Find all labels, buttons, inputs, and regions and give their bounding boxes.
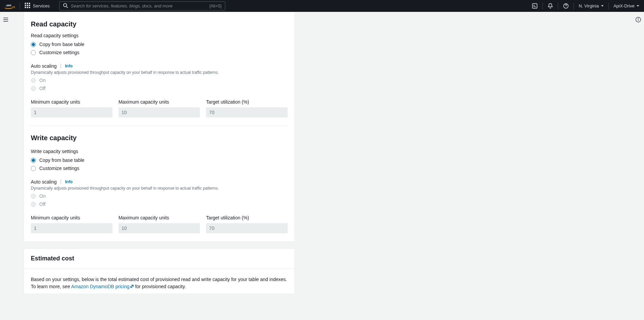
bell-icon — [547, 3, 553, 9]
pricing-link[interactable]: Amazon DynamoDB pricing — [71, 284, 129, 289]
help-icon — [563, 3, 569, 9]
write-autoscale-desc: Dynamically adjusts provisioned throughp… — [31, 186, 288, 191]
topnav-right: N. Virginia ApiX-Drive — [527, 0, 644, 12]
search-input[interactable] — [68, 3, 209, 8]
services-menu-button[interactable]: Services — [20, 0, 55, 12]
external-link-icon — [129, 284, 134, 289]
svg-rect-0 — [25, 3, 26, 4]
write-copy-radio[interactable]: Copy from base table — [31, 157, 288, 163]
topnav-left: Services [Alt+S] — [0, 0, 225, 12]
radio-icon — [31, 166, 36, 171]
capacity-panel: Read capacity Read capacity settings Cop… — [24, 12, 295, 242]
svg-rect-8 — [29, 7, 30, 8]
info-icon — [635, 17, 641, 23]
write-capacity-heading: Write capacity — [31, 134, 288, 142]
search-shortcut: [Alt+S] — [209, 4, 222, 8]
divider — [31, 126, 288, 126]
write-autoscale-label: Auto scaling — [31, 179, 57, 185]
read-max-input — [119, 107, 200, 118]
radio-label: On — [39, 78, 46, 83]
estimated-cost-panel: Estimated cost Based on your settings, b… — [24, 249, 295, 294]
radio-icon — [31, 86, 36, 91]
region-selector[interactable]: N. Virginia — [574, 0, 608, 12]
read-autoscale-block: Auto scaling Info Dynamically adjusts pr… — [31, 63, 288, 91]
global-search[interactable]: [Alt+S] — [59, 1, 225, 10]
left-panel-toggle[interactable] — [2, 16, 10, 24]
read-target-label: Target utilization (%) — [206, 99, 288, 105]
radio-label: Copy from base table — [39, 42, 84, 47]
radio-label: Customize settings — [39, 166, 79, 171]
svg-line-10 — [66, 6, 68, 7]
write-customize-radio[interactable]: Customize settings — [31, 166, 288, 171]
account-selector[interactable]: ApiX-Drive — [609, 0, 644, 12]
panel-stack: Read capacity Read capacity settings Cop… — [24, 12, 295, 294]
estimated-cost-text: Based on your settings, below is the tot… — [31, 276, 288, 290]
svg-rect-4 — [27, 5, 28, 6]
radio-icon — [31, 42, 36, 47]
read-min-label: Minimum capacity units — [31, 99, 112, 105]
radio-label: Copy from base table — [39, 157, 84, 163]
caret-down-icon — [601, 3, 604, 8]
read-min-input — [31, 107, 112, 118]
radio-icon — [31, 202, 36, 207]
write-autoscale-block: Auto scaling Info Dynamically adjusts pr… — [31, 179, 288, 207]
radio-icon — [31, 50, 36, 55]
read-autoscale-info-link[interactable]: Info — [65, 64, 72, 68]
write-autoscale-info-link[interactable]: Info — [65, 179, 72, 184]
est-text-2: for provisioned capacity. — [134, 284, 186, 289]
read-autoscale-off-radio: Off — [31, 86, 288, 91]
grid-icon — [25, 3, 30, 9]
divider — [61, 64, 61, 68]
write-capacity-settings-label: Write capacity settings — [31, 149, 288, 154]
workspace: Read capacity Read capacity settings Cop… — [12, 12, 632, 320]
write-autoscale-off-radio: Off — [31, 201, 288, 207]
write-max-input — [119, 223, 200, 233]
read-customize-radio[interactable]: Customize settings — [31, 50, 288, 55]
write-autoscale-on-radio: On — [31, 193, 288, 199]
read-capacity-inputs: Minimum capacity units Maximum capacity … — [31, 99, 288, 118]
svg-point-9 — [63, 3, 66, 6]
write-target-label: Target utilization (%) — [206, 215, 288, 220]
read-autoscale-on-radio: On — [31, 78, 288, 83]
svg-point-18 — [638, 18, 639, 19]
right-panel-toggle[interactable] — [634, 16, 642, 24]
help-button[interactable] — [558, 0, 574, 12]
read-autoscale-label: Auto scaling — [31, 63, 57, 69]
write-capacity-inputs: Minimum capacity units Maximum capacity … — [31, 215, 288, 233]
radio-label: Customize settings — [39, 50, 79, 55]
hamburger-icon — [3, 17, 8, 22]
read-copy-radio[interactable]: Copy from base table — [31, 42, 288, 47]
aws-logo-icon — [5, 3, 15, 9]
top-navigation: Services [Alt+S] N. Virginia ApiX-Driv — [0, 0, 644, 12]
account-label: ApiX-Drive — [614, 3, 635, 8]
svg-rect-3 — [25, 5, 26, 6]
svg-rect-2 — [29, 3, 30, 4]
read-target-input — [206, 107, 288, 118]
radio-label: Off — [39, 201, 45, 207]
read-autoscale-desc: Dynamically adjusts provisioned throughp… — [31, 70, 288, 75]
read-capacity-settings-label: Read capacity settings — [31, 33, 288, 38]
services-label: Services — [33, 3, 50, 8]
notifications-button[interactable] — [543, 0, 558, 12]
cloudshell-button[interactable] — [527, 0, 542, 12]
radio-icon — [31, 194, 36, 199]
estimated-cost-heading: Estimated cost — [31, 255, 288, 262]
radio-label: Off — [39, 86, 45, 91]
svg-rect-7 — [27, 7, 28, 8]
radio-label: On — [39, 193, 46, 199]
svg-rect-5 — [29, 5, 30, 6]
svg-rect-6 — [25, 7, 26, 8]
divider — [61, 179, 61, 184]
write-min-input — [31, 223, 112, 233]
svg-rect-1 — [27, 3, 28, 4]
read-capacity-heading: Read capacity — [31, 19, 288, 28]
cloudshell-icon — [532, 3, 538, 9]
write-target-input — [206, 223, 288, 233]
radio-icon — [31, 158, 36, 163]
aws-logo[interactable] — [0, 0, 20, 12]
search-icon — [63, 3, 68, 9]
caret-down-icon — [637, 3, 639, 8]
region-label: N. Virginia — [579, 3, 599, 8]
radio-icon — [31, 78, 36, 83]
write-max-label: Maximum capacity units — [119, 215, 200, 220]
